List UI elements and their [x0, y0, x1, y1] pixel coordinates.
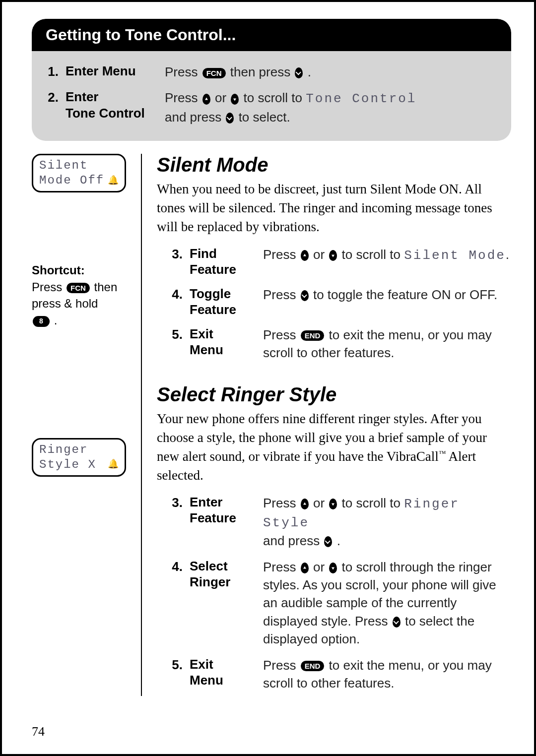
text: Press	[165, 64, 201, 79]
lcd-line: Ringer	[39, 442, 120, 457]
card-title: Getting to Tone Control...	[32, 19, 511, 51]
ringer-step-3: 3. EnterFeature Press or to scroll to Ri…	[170, 490, 511, 554]
step-desc: Press or to scroll to Silent Mode.	[263, 246, 511, 264]
text: then	[94, 280, 118, 294]
bell-icon: 🔔	[108, 175, 120, 187]
step-title: ExitMenu	[190, 656, 256, 689]
step-title: FindFeature	[190, 246, 256, 278]
text: or	[215, 90, 230, 105]
scroll-up-icon	[301, 563, 309, 573]
select-icon	[324, 536, 332, 547]
text: and press	[165, 110, 225, 125]
step-number: 2.	[46, 89, 59, 105]
scroll-down-icon	[329, 499, 337, 509]
ringer-lead: Your new phone offers nine different rin…	[157, 410, 511, 485]
step-title: EnterFeature	[190, 494, 256, 526]
text: .	[54, 314, 58, 327]
step-desc: Press or to scroll through the ringer st…	[263, 558, 511, 648]
lcd-silent-mode: Silent Mode Off 🔔	[32, 154, 126, 192]
select-icon	[226, 113, 234, 124]
end-key-icon: END	[301, 330, 325, 341]
scroll-up-icon	[202, 94, 210, 105]
step-desc: Press FCN then press .	[165, 63, 497, 81]
trademark-icon: ™	[439, 449, 446, 457]
silent-step-3: 3. FindFeature Press or to scroll to Sil…	[170, 242, 511, 282]
step-desc: Press to toggle the feature ON or OFF.	[263, 286, 511, 304]
content-column: Silent Mode When you need to be discreet…	[141, 154, 511, 696]
step-desc: Press END to exit the menu, or you may s…	[263, 656, 511, 693]
shortcut-heading: Shortcut:	[32, 263, 85, 277]
silent-mode-lead: When you need to be discreet, just turn …	[157, 180, 511, 236]
ringer-step-4: 4. SelectRinger Press or to scroll throu…	[170, 554, 511, 652]
text: then press	[230, 64, 294, 79]
step-desc: Press or to scroll to Ringer Style and p…	[263, 494, 511, 550]
end-key-icon: END	[301, 661, 325, 671]
card-step-1: 1. Enter Menu Press FCN then press .	[46, 59, 497, 85]
sidebar: Silent Mode Off 🔔 Shortcut: Press FCN th…	[32, 154, 126, 476]
fcn-key-icon: FCN	[67, 283, 90, 293]
step-desc: Press END to exit the menu, or you may s…	[263, 326, 511, 362]
text: press & hold	[32, 297, 98, 310]
main-columns: Silent Mode Off 🔔 Shortcut: Press FCN th…	[32, 154, 511, 696]
silent-step-4: 4. ToggleFeature Press to toggle the fea…	[170, 282, 511, 322]
shortcut-block: Shortcut: Press FCN then press & hold 8 …	[32, 262, 126, 328]
tone-control-card: Getting to Tone Control... 1. Enter Menu…	[32, 19, 511, 141]
text: to select.	[239, 110, 290, 125]
silent-step-5: 5. ExitMenu Press END to exit the menu, …	[170, 322, 511, 366]
step-number: 4.	[170, 558, 183, 574]
scroll-up-icon	[301, 499, 309, 509]
section-heading-ringer: Select Ringer Style	[157, 383, 511, 406]
step-title: Enter Tone Control	[66, 89, 158, 121]
bell-icon: 🔔	[108, 459, 120, 470]
step-number: 3.	[170, 494, 183, 510]
step-number: 4.	[170, 286, 183, 302]
lcd-line: Silent	[39, 158, 120, 173]
scroll-down-icon	[329, 563, 337, 573]
scroll-up-icon	[301, 250, 309, 261]
select-icon	[393, 617, 401, 628]
card-step-2: 2. Enter Tone Control Press or to scroll…	[46, 85, 497, 130]
manual-page: Getting to Tone Control... 1. Enter Menu…	[0, 0, 536, 756]
step-number: 3.	[170, 246, 183, 262]
lcd-ringer-style: Ringer Style X 🔔	[32, 438, 126, 477]
text: .	[308, 64, 311, 79]
step-number: 1.	[46, 63, 59, 79]
ringer-step-5: 5. ExitMenu Press END to exit the menu, …	[170, 652, 511, 696]
section-heading-silent: Silent Mode	[157, 154, 511, 176]
text: Press	[32, 280, 66, 294]
step-title: Enter Menu	[66, 63, 158, 79]
lcd-text: Tone Control	[306, 91, 416, 106]
lcd-line: Style X 🔔	[39, 457, 120, 472]
text: to scroll to	[244, 90, 306, 105]
select-icon	[295, 67, 303, 78]
lcd-line: Mode Off 🔔	[39, 173, 120, 188]
card-body: 1. Enter Menu Press FCN then press . 2. …	[32, 51, 511, 141]
page-number: 74	[32, 724, 45, 739]
keycap-8-icon: 8	[33, 316, 50, 327]
scroll-down-icon	[329, 250, 337, 261]
select-icon	[301, 290, 309, 301]
lcd-text: Silent Mode	[404, 248, 506, 263]
text: Press	[165, 90, 201, 105]
step-title: ToggleFeature	[190, 286, 256, 318]
step-title: SelectRinger	[190, 558, 256, 590]
step-title: ExitMenu	[190, 326, 256, 358]
scroll-down-icon	[231, 94, 239, 105]
step-desc: Press or to scroll to Tone Control and p…	[165, 89, 497, 126]
fcn-key-icon: FCN	[202, 68, 226, 78]
step-number: 5.	[170, 656, 183, 673]
step-number: 5.	[170, 326, 183, 342]
